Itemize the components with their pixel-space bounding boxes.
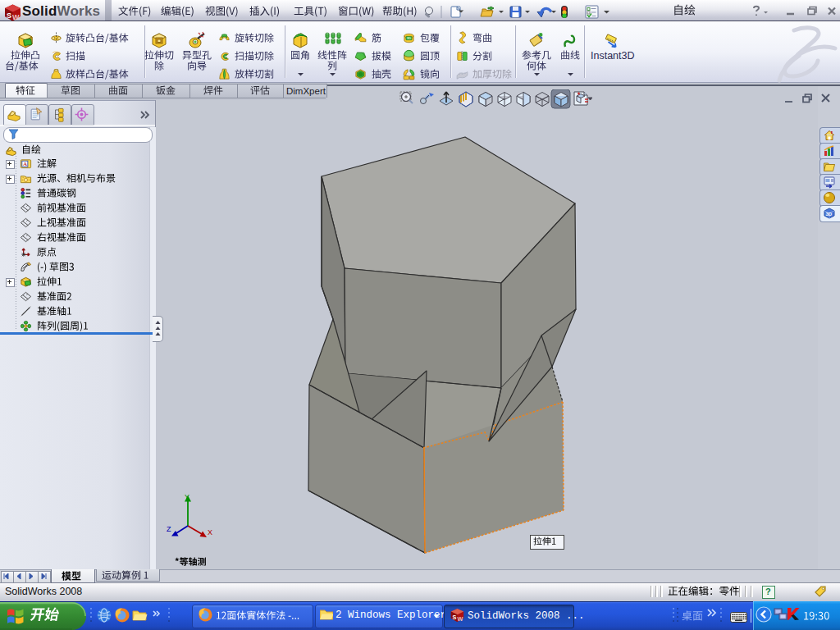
svg-text:S: S bbox=[452, 614, 456, 621]
svg-text:Z: Z bbox=[167, 525, 171, 533]
svg-text:W: W bbox=[12, 13, 20, 21]
svg-text:Y: Y bbox=[185, 493, 189, 501]
svg-text:S: S bbox=[7, 11, 11, 20]
svg-text:W: W bbox=[458, 615, 463, 623]
svg-text:3D: 3D bbox=[407, 36, 411, 40]
svg-text:3D: 3D bbox=[826, 212, 833, 217]
svg-text:X: X bbox=[208, 528, 212, 536]
